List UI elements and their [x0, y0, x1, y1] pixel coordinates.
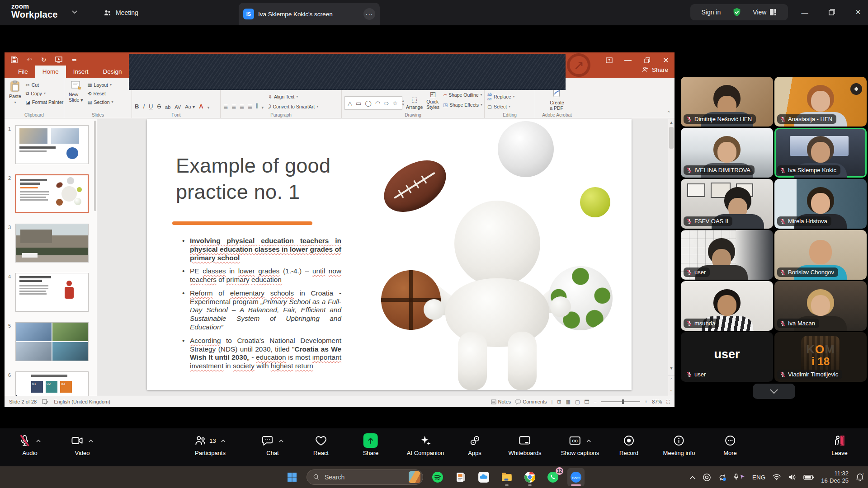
toolbar-more-button[interactable]: More — [723, 433, 737, 456]
paste-button[interactable]: Paste ▾ — [7, 80, 23, 112]
office-share-button[interactable]: Share — [642, 66, 668, 73]
reading-view-icon[interactable]: ▢ — [575, 399, 580, 405]
toolbar-caret[interactable] — [278, 439, 284, 443]
participant-tile-dimitrije-ne-ovi-hfn[interactable]: Dimitrije Nešović HFN — [681, 77, 773, 127]
convert-smartart-button[interactable]: ⤸Convert to SmartArt▾ — [268, 102, 318, 111]
toolbar-apps-button[interactable]: Apps — [468, 433, 481, 456]
search-highlight-image[interactable] — [409, 471, 420, 483]
gallery-next-page-button[interactable] — [753, 384, 795, 399]
section-button[interactable]: ▤Section▾ — [88, 98, 113, 106]
tray-wifi-icon[interactable] — [772, 474, 781, 481]
notes-button[interactable]: Notes — [491, 399, 511, 404]
window-minimize-button[interactable]: — — [797, 5, 812, 19]
format-painter-button[interactable]: ◪Format Painter — [26, 98, 63, 106]
window-close-button[interactable]: ✕ — [851, 5, 865, 19]
participant-tile-vladimir-timotijevic[interactable]: KOMi 18Vladimir Timotijevic — [774, 332, 867, 382]
tab-options-icon[interactable]: ··· — [363, 8, 375, 20]
fit-slide-icon[interactable]: ⛶ — [666, 399, 670, 405]
toolbar-leave-button[interactable]: Leave — [831, 433, 847, 456]
zoom-in-icon[interactable]: + — [645, 399, 647, 404]
shape-outline-button[interactable]: ▱Shape Outline▾ — [443, 90, 482, 99]
taskbar-photos-icon[interactable] — [452, 468, 469, 486]
taskbar-zoom-icon[interactable]: zoom — [567, 468, 585, 486]
tray-battery-icon[interactable] — [803, 474, 814, 480]
replace-button[interactable]: abacReplace▾ — [487, 92, 532, 101]
slide-canvas[interactable]: Example of good practice no. 1 •Involvin… — [147, 119, 632, 390]
shapes-gallery[interactable]: △▭◯◠⇨☆ ▲▼ — [344, 96, 402, 110]
taskbar-file-explorer-icon[interactable] — [498, 468, 515, 486]
ribbon-display-options-icon[interactable] — [601, 55, 617, 65]
ppt-minimize-button[interactable]: — — [620, 55, 636, 65]
toolbar-share-button[interactable]: Share — [363, 433, 379, 456]
shape-effects-button[interactable]: ◳Shape Effects▾ — [443, 100, 482, 109]
zoom-slider[interactable] — [601, 401, 640, 402]
comments-button[interactable]: Comments — [515, 399, 547, 404]
toolbar-caret[interactable] — [586, 439, 592, 443]
tray-volume-icon[interactable] — [788, 474, 797, 481]
tab-home[interactable]: Home — [35, 66, 66, 78]
thumbnail-scrollbar[interactable] — [94, 121, 96, 211]
windows-start-button[interactable] — [283, 468, 301, 486]
slide-thumbnail-4[interactable] — [15, 273, 89, 312]
ppt-close-button[interactable]: ✕ — [658, 55, 674, 65]
zoom-percentage[interactable]: 87% — [652, 399, 662, 404]
tray-mic-location-icons[interactable] — [734, 473, 745, 481]
toolbar-react-button[interactable]: React — [313, 433, 329, 456]
layout-button[interactable]: ▦Layout▾ — [88, 80, 113, 89]
slideshow-view-icon[interactable]: 🗖 — [584, 399, 589, 404]
participant-tile-user[interactable]: user — [681, 230, 773, 280]
view-button[interactable]: View — [753, 9, 777, 16]
spellcheck-icon[interactable] — [42, 399, 48, 404]
tab-insert[interactable]: Insert — [66, 66, 96, 78]
slide-thumbnail-2[interactable] — [15, 174, 89, 213]
tray-notification-bell-icon[interactable]: z — [855, 473, 864, 482]
toolbar-caret[interactable] — [221, 439, 226, 443]
qat-customize-icon[interactable]: ≂ — [71, 56, 77, 63]
tab-shared-screen[interactable]: IS Iva Sklempe Kokic's screen ··· — [239, 3, 380, 25]
toolbar-record-button[interactable]: Record — [619, 433, 638, 456]
cut-button[interactable]: ✂Cut — [26, 80, 63, 89]
slide-number-indicator[interactable]: Slide 2 of 28 — [9, 399, 37, 404]
tab-meeting[interactable]: Meeting — [99, 5, 143, 20]
toolbar-show-captions-button[interactable]: CCShow captions — [561, 433, 599, 456]
participant-tile-iva-macan[interactable]: Iva Macan — [774, 281, 867, 331]
toolbar-video-button[interactable]: Video — [71, 433, 94, 456]
slide-scrollbar[interactable]: ▲ ▼ ⌃ ⌄ — [668, 119, 675, 396]
slideshow-icon[interactable] — [55, 56, 62, 63]
participant-tile-fsfv-oas-ii[interactable]: FSFV OAS II — [681, 179, 773, 229]
collapse-ribbon-icon[interactable]: ⌃ — [667, 110, 671, 116]
participant-tile-anastasija-hfn[interactable]: Anastasija - HFN — [774, 77, 867, 127]
taskbar-whatsapp-icon[interactable]: 12 — [544, 468, 561, 486]
toolbar-meeting-info-button[interactable]: Meeting info — [663, 433, 695, 456]
toolbar-audio-button[interactable]: Audio — [19, 433, 42, 456]
scroll-up-icon[interactable]: ▲ — [668, 120, 675, 125]
sign-in-button[interactable]: Sign in — [702, 9, 721, 16]
participant-tile-msunda[interactable]: msunda — [681, 281, 773, 331]
normal-view-icon[interactable]: ⊞ — [557, 399, 561, 405]
participant-tile-user[interactable]: useruser — [681, 332, 773, 382]
zoom-out-icon[interactable]: − — [594, 399, 596, 404]
previous-slide-button[interactable]: ⌃ — [668, 375, 675, 382]
arrange-button[interactable]: ⬚Arrange — [406, 96, 423, 110]
undo-icon[interactable]: ↶ — [27, 56, 32, 63]
taskbar-search-input[interactable]: Search — [307, 469, 423, 485]
quick-styles-button[interactable]: ◰QuickStyles — [426, 90, 439, 110]
participant-tile-ivelina-dimitrova[interactable]: IVELINA DIMITROVA — [681, 128, 773, 178]
tab-file[interactable]: File — [11, 66, 35, 78]
toolbar-caret[interactable] — [36, 439, 42, 443]
ppt-restore-button[interactable] — [639, 55, 655, 65]
tray-show-hidden-icons[interactable] — [689, 475, 696, 479]
slide-thumbnail-3[interactable] — [15, 224, 89, 263]
select-button[interactable]: ▢Select▾ — [487, 102, 532, 111]
tray-clock[interactable]: 11:3216-Dec-25 — [821, 470, 849, 484]
slide-thumbnail-5[interactable] — [15, 322, 89, 361]
copy-button[interactable]: ⧉Copy▾ — [26, 89, 63, 98]
participant-tile-mirela-hristova[interactable]: Mirela Hristova — [774, 179, 867, 229]
save-icon[interactable] — [11, 56, 18, 63]
slide-thumbnail-6[interactable]: 010203 — [15, 371, 89, 396]
tray-language-indicator[interactable]: ENG — [752, 474, 765, 481]
slide-sorter-view-icon[interactable]: ▦ — [566, 399, 571, 405]
redo-icon[interactable]: ↻ — [41, 56, 47, 63]
scroll-down-icon[interactable]: ▼ — [668, 366, 675, 371]
taskbar-chrome-icon[interactable] — [521, 468, 538, 486]
